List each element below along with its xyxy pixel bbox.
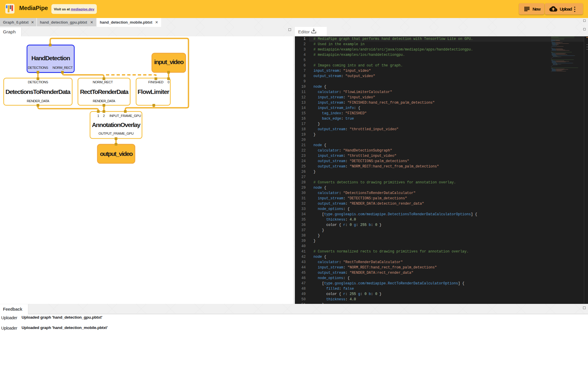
svg-text:0: 0 (168, 80, 169, 84)
svg-text:FlowLimiter: FlowLimiter (138, 88, 169, 95)
svg-text:FINISHED: FINISHED (148, 80, 163, 84)
svg-text:1: 1 (97, 114, 99, 118)
svg-text:AnnotationOverlay: AnnotationOverlay (92, 121, 141, 128)
svg-text:RENDER_DATA: RENDER_DATA (27, 99, 50, 103)
svg-text:DETECTIONS: DETECTIONS (28, 66, 48, 69)
svg-text:OUTPUT_FRAME_GPU: OUTPUT_FRAME_GPU (99, 132, 134, 135)
svg-text:2: 2 (103, 114, 105, 118)
svg-text:NORM_RECT: NORM_RECT (53, 66, 73, 69)
svg-text:RectToRenderData: RectToRenderData (80, 88, 129, 95)
svg-text:HandDetection: HandDetection (31, 55, 70, 61)
svg-text:output_video: output_video (100, 150, 133, 157)
svg-text:NORM_RECT: NORM_RECT (93, 80, 113, 84)
svg-text:input_video: input_video (154, 58, 184, 65)
svg-text:DetectionsToRenderData: DetectionsToRenderData (6, 88, 71, 95)
svg-text:DETECTIONS: DETECTIONS (28, 80, 48, 84)
svg-text:INPUT_FRAME_GPU: INPUT_FRAME_GPU (110, 114, 141, 118)
svg-text:RENDER_DATA: RENDER_DATA (93, 99, 115, 103)
